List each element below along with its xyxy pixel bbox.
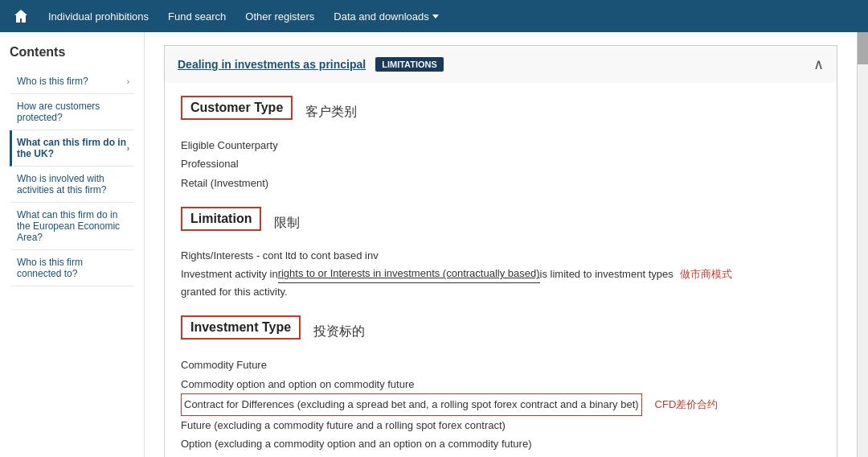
panel-title[interactable]: Dealing in investments as principal: [178, 58, 366, 71]
nav-data-downloads-arrow: [432, 14, 439, 19]
main-container: Contents Who is this firm? › How are cus…: [0, 32, 868, 457]
panel-header-left: Dealing in investments as principal LIMI…: [178, 57, 444, 72]
limitation-section: Limitation 限制 Rights/Interests - cont lt…: [181, 207, 821, 301]
limitation-link-text[interactable]: rights to or Interests in investments (c…: [278, 265, 540, 283]
limitation-line2: Investment activity in rights to or Inte…: [181, 265, 821, 283]
limitation-pre-text: Investment activity in: [181, 266, 278, 283]
nav-fund-search[interactable]: Fund search: [168, 10, 226, 23]
panel-body: Customer Type 客户类别 Eligible Counterparty…: [165, 83, 837, 457]
sidebar-item-what-can-firm-do-uk[interactable]: What can this firm do in the UK? ›: [10, 130, 134, 167]
sidebar: Contents Who is this firm? › How are cus…: [0, 32, 145, 457]
sidebar-item-who-is-involved[interactable]: Who is involved with activities at this …: [10, 167, 134, 203]
sidebar-chevron-icon: ›: [127, 77, 129, 86]
nav-individual-prohibitions[interactable]: Individual prohibitions: [48, 10, 149, 23]
investment-item-2-row: Contract for Differences (excluding a sp…: [181, 393, 821, 415]
top-navigation: Individual prohibitions Fund search Othe…: [0, 0, 868, 32]
limitation-chinese: 限制: [274, 215, 300, 232]
main-content: Dealing in investments as principal LIMI…: [145, 32, 857, 457]
investment-type-chinese: 投资标的: [313, 323, 365, 340]
sidebar-item-who-is-this-firm[interactable]: Who is this firm? ›: [10, 69, 134, 94]
sidebar-item-label: How are customers protected?: [17, 101, 129, 123]
investment-item-0: Commodity Future: [181, 356, 821, 374]
investment-item-4: Option (excluding a commodity option and…: [181, 434, 821, 453]
customer-type-header: Customer Type 客户类别: [181, 96, 821, 128]
customer-type-eligible: Eligible Counterparty: [181, 136, 821, 154]
limitation-chinese-note: 做市商模式: [680, 267, 732, 282]
limitation-line3: granted for this activity.: [181, 283, 821, 301]
panel-toggle-icon[interactable]: ∧: [813, 56, 824, 73]
investment-type-header: Investment Type 投资标的: [181, 315, 821, 348]
nav-data-downloads[interactable]: Data and downloads: [334, 10, 439, 23]
nav-other-registers[interactable]: Other registers: [245, 10, 314, 23]
customer-type-professional: Professional: [181, 154, 821, 173]
dealing-investments-panel: Dealing in investments as principal LIMI…: [164, 45, 837, 457]
investment-item-3: Future (excluding a commodity future and…: [181, 416, 821, 434]
investment-type-label: Investment Type: [181, 315, 301, 340]
limitation-line1: Rights/Interests - cont ltd to cont base…: [181, 247, 821, 265]
sidebar-item-who-is-firm-connected[interactable]: Who is this firm connected to?: [10, 250, 134, 286]
sidebar-item-label: What can this firm do in the European Ec…: [17, 209, 129, 243]
nav-data-downloads-label: Data and downloads: [334, 10, 429, 23]
investment-item-1: Commodity option and option on commodity…: [181, 375, 821, 393]
investment-item-5: Rights to or interests in investments (C…: [181, 453, 821, 457]
customer-type-label: Customer Type: [181, 96, 293, 120]
sidebar-item-label: What can this firm do in the UK?: [17, 137, 127, 159]
customer-types-list: Eligible Counterparty Professional Retai…: [181, 136, 821, 192]
sidebar-item-label: Who is this firm?: [17, 76, 88, 87]
panel-header[interactable]: Dealing in investments as principal LIMI…: [165, 46, 837, 83]
sidebar-item-what-can-firm-do-eea[interactable]: What can this firm do in the European Ec…: [10, 203, 134, 250]
sidebar-item-customer-protection[interactable]: How are customers protected?: [10, 94, 134, 130]
sidebar-chevron-icon: ›: [127, 144, 129, 153]
limitation-label: Limitation: [181, 207, 261, 231]
sidebar-item-label: Who is involved with activities at this …: [17, 173, 129, 196]
limitation-header: Limitation 限制: [181, 207, 821, 239]
limitation-post-text: is limited to investment types: [540, 266, 674, 283]
scrollbar-thumb[interactable]: [858, 32, 868, 64]
investment-item-2: Contract for Differences (excluding a sp…: [181, 393, 642, 415]
limitations-badge: LIMITATIONS: [375, 57, 444, 72]
customer-type-chinese: 客户类别: [305, 104, 357, 121]
sidebar-title: Contents: [10, 45, 134, 60]
scrollbar[interactable]: [857, 32, 868, 457]
investment-type-section: Investment Type 投资标的 Commodity Future Co…: [181, 315, 821, 457]
sidebar-item-label: Who is this firm connected to?: [17, 257, 129, 279]
cfd-chinese-note: CFD差价合约: [655, 397, 719, 412]
home-icon[interactable]: [13, 8, 29, 24]
customer-type-retail: Retail (Investment): [181, 174, 821, 192]
